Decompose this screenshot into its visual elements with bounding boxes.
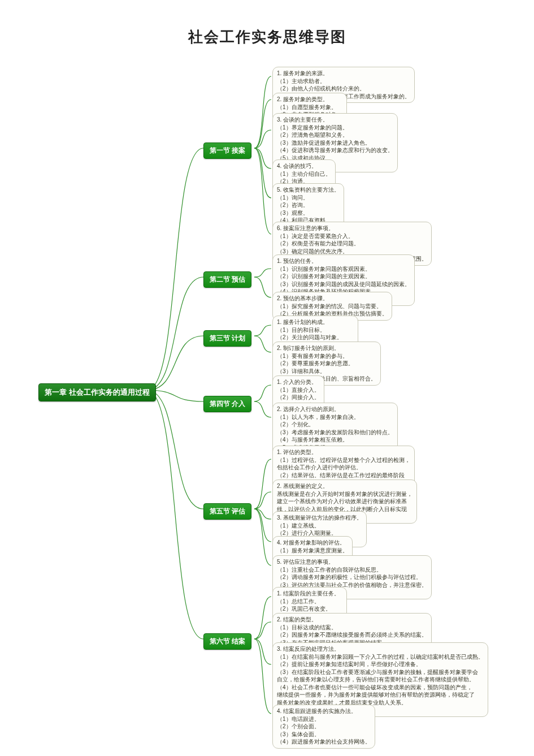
mindmap-page: 社会工作实务思维导图 第一 (0, 0, 534, 756)
root-node: 第一章 社会工作实务的通用过程 (38, 383, 156, 401)
section-node-6: 第六节 结案 (203, 633, 251, 650)
section-node-4: 第四节 介入 (203, 396, 251, 412)
section-node-1: 第一节 接案 (203, 142, 251, 159)
section-node-3: 第三节 计划 (203, 330, 251, 347)
detail-s6-4: 4. 结案后跟进服务的实施办法。 （1）电话跟进。 （2）个别会面。 （3）集体… (272, 705, 375, 749)
section-node-2: 第二节 预估 (203, 271, 251, 288)
section-node-5: 第五节 评估 (203, 503, 251, 520)
